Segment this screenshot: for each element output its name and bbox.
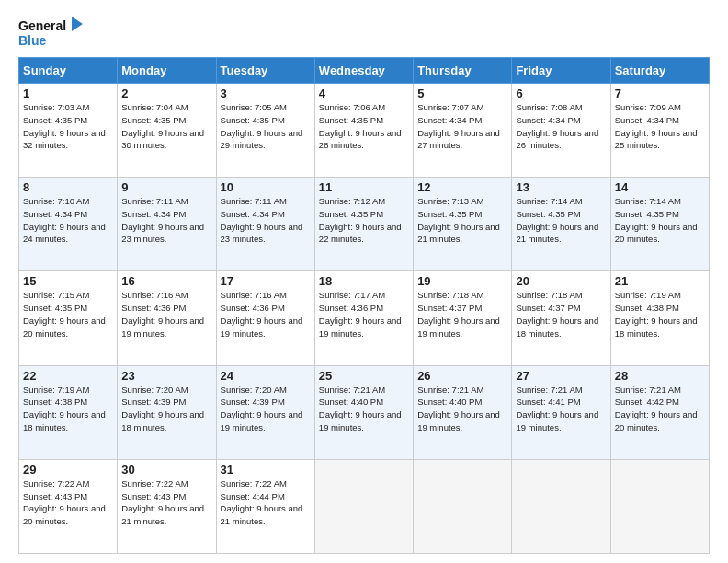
sunrise-label: Sunrise: 7:19 AM xyxy=(23,385,89,395)
day-info: Sunrise: 7:05 AM Sunset: 4:35 PM Dayligh… xyxy=(221,101,311,152)
calendar-row-4: 22 Sunrise: 7:19 AM Sunset: 4:38 PM Dayl… xyxy=(19,365,710,459)
day-info: Sunrise: 7:17 AM Sunset: 4:36 PM Dayligh… xyxy=(319,289,409,339)
sunset-label: Sunset: 4:42 PM xyxy=(615,396,679,407)
day-number: 10 xyxy=(221,180,311,194)
calendar-cell: 11 Sunrise: 7:12 AM Sunset: 4:35 PM Dayl… xyxy=(314,178,413,271)
calendar-cell: 1 Sunrise: 7:03 AM Sunset: 4:35 PM Dayli… xyxy=(19,84,118,178)
calendar-row-5: 29 Sunrise: 7:22 AM Sunset: 4:43 PM Dayl… xyxy=(19,459,710,553)
sunrise-label: Sunrise: 7:20 AM xyxy=(221,385,287,395)
calendar-cell: 21 Sunrise: 7:19 AM Sunset: 4:38 PM Dayl… xyxy=(610,271,709,365)
calendar-table: SundayMondayTuesdayWednesdayThursdayFrid… xyxy=(18,57,710,554)
day-info: Sunrise: 7:07 AM Sunset: 4:34 PM Dayligh… xyxy=(417,101,507,152)
day-number: 17 xyxy=(221,274,311,288)
sunset-label: Sunset: 4:40 PM xyxy=(319,396,383,407)
page: General Blue SundayMondayTuesdayWednesda… xyxy=(0,0,728,563)
day-number: 3 xyxy=(221,86,311,100)
daylight-label: Daylight: 9 hours and 19 minutes. xyxy=(221,316,303,339)
daylight-label: Daylight: 9 hours and 20 minutes. xyxy=(23,503,106,526)
calendar-cell: 29 Sunrise: 7:22 AM Sunset: 4:43 PM Dayl… xyxy=(19,459,118,553)
sunrise-label: Sunrise: 7:22 AM xyxy=(23,478,89,488)
day-info: Sunrise: 7:21 AM Sunset: 4:42 PM Dayligh… xyxy=(615,384,705,434)
sunset-label: Sunset: 4:35 PM xyxy=(221,115,285,125)
calendar-cell: 3 Sunrise: 7:05 AM Sunset: 4:35 PM Dayli… xyxy=(216,84,314,178)
daylight-label: Daylight: 9 hours and 19 minutes. xyxy=(417,316,500,339)
calendar-cell: 27 Sunrise: 7:21 AM Sunset: 4:41 PM Dayl… xyxy=(512,365,610,459)
day-info: Sunrise: 7:20 AM Sunset: 4:39 PM Dayligh… xyxy=(221,384,311,434)
day-info: Sunrise: 7:16 AM Sunset: 4:36 PM Dayligh… xyxy=(221,289,311,339)
calendar-row-1: 1 Sunrise: 7:03 AM Sunset: 4:35 PM Dayli… xyxy=(19,84,710,178)
day-info: Sunrise: 7:22 AM Sunset: 4:43 PM Dayligh… xyxy=(121,477,211,528)
sunrise-label: Sunrise: 7:22 AM xyxy=(221,478,287,488)
day-info: Sunrise: 7:18 AM Sunset: 4:37 PM Dayligh… xyxy=(417,289,507,339)
sunrise-label: Sunrise: 7:14 AM xyxy=(615,196,681,206)
day-info: Sunrise: 7:22 AM Sunset: 4:44 PM Dayligh… xyxy=(221,477,311,528)
calendar-row-2: 8 Sunrise: 7:10 AM Sunset: 4:34 PM Dayli… xyxy=(19,178,710,271)
calendar-cell: 26 Sunrise: 7:21 AM Sunset: 4:40 PM Dayl… xyxy=(414,365,512,459)
daylight-label: Daylight: 9 hours and 21 minutes. xyxy=(121,503,204,526)
daylight-label: Daylight: 9 hours and 30 minutes. xyxy=(121,128,204,151)
day-number: 2 xyxy=(121,86,211,100)
sunset-label: Sunset: 4:44 PM xyxy=(221,491,285,501)
daylight-label: Daylight: 9 hours and 28 minutes. xyxy=(319,128,402,151)
calendar-cell: 13 Sunrise: 7:14 AM Sunset: 4:35 PM Dayl… xyxy=(512,178,610,271)
day-info: Sunrise: 7:04 AM Sunset: 4:35 PM Dayligh… xyxy=(121,101,211,152)
sunset-label: Sunset: 4:36 PM xyxy=(221,303,285,313)
calendar-cell: 20 Sunrise: 7:18 AM Sunset: 4:37 PM Dayl… xyxy=(512,271,610,365)
daylight-label: Daylight: 9 hours and 19 minutes. xyxy=(319,409,402,432)
day-number: 31 xyxy=(221,463,311,477)
sunrise-label: Sunrise: 7:16 AM xyxy=(221,290,287,300)
daylight-label: Daylight: 9 hours and 21 minutes. xyxy=(516,222,598,245)
calendar-cell: 18 Sunrise: 7:17 AM Sunset: 4:36 PM Dayl… xyxy=(314,271,413,365)
col-header-wednesday: Wednesday xyxy=(314,58,413,84)
logo: General Blue xyxy=(18,15,83,50)
daylight-label: Daylight: 9 hours and 20 minutes. xyxy=(615,222,698,245)
col-header-monday: Monday xyxy=(118,58,216,84)
day-info: Sunrise: 7:14 AM Sunset: 4:35 PM Dayligh… xyxy=(615,195,705,246)
day-number: 11 xyxy=(319,180,409,194)
day-number: 22 xyxy=(23,369,113,383)
sunset-label: Sunset: 4:35 PM xyxy=(23,115,87,125)
sunset-label: Sunset: 4:39 PM xyxy=(121,396,186,407)
daylight-label: Daylight: 9 hours and 27 minutes. xyxy=(417,128,500,151)
col-header-thursday: Thursday xyxy=(414,58,512,84)
day-info: Sunrise: 7:14 AM Sunset: 4:35 PM Dayligh… xyxy=(516,195,606,246)
header-row: SundayMondayTuesdayWednesdayThursdayFrid… xyxy=(19,58,710,84)
sunset-label: Sunset: 4:35 PM xyxy=(319,115,383,125)
sunrise-label: Sunrise: 7:03 AM xyxy=(23,102,89,112)
daylight-label: Daylight: 9 hours and 23 minutes. xyxy=(221,222,303,245)
calendar-cell: 9 Sunrise: 7:11 AM Sunset: 4:34 PM Dayli… xyxy=(118,178,216,271)
sunset-label: Sunset: 4:34 PM xyxy=(417,115,482,125)
sunrise-label: Sunrise: 7:21 AM xyxy=(319,385,385,395)
sunrise-label: Sunrise: 7:17 AM xyxy=(319,290,385,300)
sunset-label: Sunset: 4:43 PM xyxy=(23,491,87,501)
daylight-label: Daylight: 9 hours and 20 minutes. xyxy=(615,409,698,432)
day-number: 20 xyxy=(516,274,606,288)
sunrise-label: Sunrise: 7:07 AM xyxy=(417,102,483,112)
day-info: Sunrise: 7:18 AM Sunset: 4:37 PM Dayligh… xyxy=(516,289,606,339)
sunset-label: Sunset: 4:35 PM xyxy=(23,303,87,313)
sunset-label: Sunset: 4:38 PM xyxy=(615,303,679,313)
sunrise-label: Sunrise: 7:18 AM xyxy=(417,290,483,300)
day-number: 14 xyxy=(615,180,705,194)
sunrise-label: Sunrise: 7:13 AM xyxy=(417,196,483,206)
day-number: 1 xyxy=(23,86,113,100)
day-number: 7 xyxy=(615,86,705,100)
day-number: 30 xyxy=(121,463,211,477)
calendar-cell: 16 Sunrise: 7:16 AM Sunset: 4:36 PM Dayl… xyxy=(118,271,216,365)
sunset-label: Sunset: 4:35 PM xyxy=(121,115,186,125)
day-info: Sunrise: 7:11 AM Sunset: 4:34 PM Dayligh… xyxy=(221,195,311,246)
sunset-label: Sunset: 4:34 PM xyxy=(121,209,186,219)
sunrise-label: Sunrise: 7:20 AM xyxy=(121,385,188,395)
calendar-cell: 24 Sunrise: 7:20 AM Sunset: 4:39 PM Dayl… xyxy=(216,365,314,459)
calendar-cell: 17 Sunrise: 7:16 AM Sunset: 4:36 PM Dayl… xyxy=(216,271,314,365)
day-number: 15 xyxy=(23,274,113,288)
sunrise-label: Sunrise: 7:10 AM xyxy=(23,196,89,206)
sunset-label: Sunset: 4:36 PM xyxy=(319,303,383,313)
sunset-label: Sunset: 4:36 PM xyxy=(121,303,186,313)
calendar-cell: 14 Sunrise: 7:14 AM Sunset: 4:35 PM Dayl… xyxy=(610,178,709,271)
sunset-label: Sunset: 4:35 PM xyxy=(615,209,679,219)
day-number: 8 xyxy=(23,180,113,194)
calendar-cell: 23 Sunrise: 7:20 AM Sunset: 4:39 PM Dayl… xyxy=(118,365,216,459)
sunrise-label: Sunrise: 7:05 AM xyxy=(221,102,287,112)
day-info: Sunrise: 7:15 AM Sunset: 4:35 PM Dayligh… xyxy=(23,289,113,339)
